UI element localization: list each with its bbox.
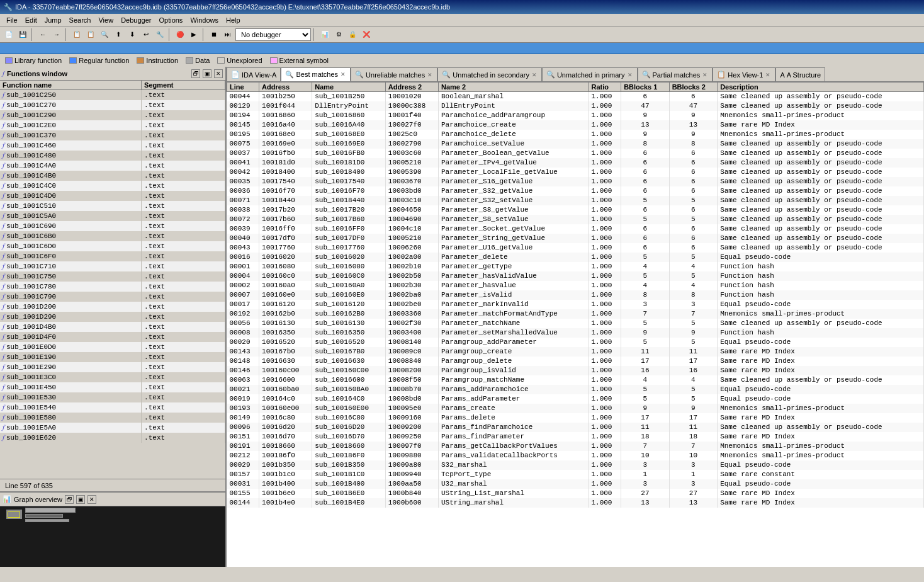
toolbar-btn-3[interactable]: 📋: [70, 28, 83, 41]
match-row[interactable]: 00041 100181d0 sub_100181D0 10005210 Par…: [227, 158, 924, 168]
function-row[interactable]: 𝑓sub_1001C460 .text: [0, 140, 225, 151]
menu-view[interactable]: View: [94, 15, 117, 25]
match-row[interactable]: 00149 10016c80 sub_10016C80 10009160 Par…: [227, 413, 924, 423]
toolbar-btn-5[interactable]: 🔍: [98, 28, 111, 41]
function-row[interactable]: 𝑓sub_1001C290 .text: [0, 110, 225, 120]
functions-table-container[interactable]: Function name Segment 𝑓sub_1001C250 .tex…: [0, 81, 225, 479]
match-row[interactable]: 00019 100164c0 sub_100164C0 10008bd0 Par…: [227, 394, 924, 404]
function-row[interactable]: 𝑓sub_1001E0D0 .text: [0, 342, 225, 352]
match-row[interactable]: 00157 1001b1c0 sub_1001B1C0 10009940 Tcp…: [227, 470, 924, 479]
match-row[interactable]: 00151 10016d70 sub_10016D70 10009250 Par…: [227, 432, 924, 442]
toolbar-extra-2[interactable]: ⚙: [332, 28, 345, 41]
match-row[interactable]: 00193 100160e00 sub_100160E00 100095e0 P…: [227, 404, 924, 413]
toolbar-back[interactable]: ←: [37, 28, 49, 41]
match-row[interactable]: 00004 100160c0 sub_100160C0 10002b50 Par…: [227, 271, 924, 281]
tab-unmatched-sec-close[interactable]: ✕: [531, 72, 538, 78]
toolbar-bp[interactable]: 🔴: [174, 28, 186, 41]
tab-unmatched-sec[interactable]: 🔍 Unmatched in secondary ✕: [437, 67, 542, 81]
match-row[interactable]: 00037 10016fb0 sub_10016FB0 10003c60 Par…: [227, 149, 924, 158]
debugger-select[interactable]: No debugger: [235, 28, 311, 41]
match-row[interactable]: 00007 100160e0 sub_100160E0 10002ba0 Par…: [227, 290, 924, 300]
functions-restore[interactable]: 🗗: [191, 69, 200, 78]
function-row[interactable]: 𝑓sub_1001C6F0 .text: [0, 251, 225, 261]
match-row[interactable]: 00016 10016020 sub_10016020 10002a00 Par…: [227, 253, 924, 262]
toolbar-btn-8[interactable]: ↩: [140, 28, 152, 41]
match-row[interactable]: 00008 10016350 sub_10016350 10003400 Par…: [227, 328, 924, 338]
match-row[interactable]: 00044 1001b250 sub_1001B250 10001020 Boo…: [227, 92, 924, 101]
match-row[interactable]: 00195 100168e0 sub_100168E0 10025c0 Para…: [227, 130, 924, 139]
function-row[interactable]: 𝑓sub_1001C370 .text: [0, 130, 225, 140]
function-row[interactable]: 𝑓sub_1001D290 .text: [0, 312, 225, 322]
match-row[interactable]: 00020 10016520 sub_10016520 10008140 Par…: [227, 338, 924, 347]
menu-debugger[interactable]: Debugger: [117, 15, 155, 25]
tab-hex-view[interactable]: 📋 Hex View-1 ✕: [713, 67, 775, 81]
functions-close[interactable]: ✕: [214, 69, 223, 78]
toolbar-run[interactable]: ▶: [188, 28, 200, 41]
function-row[interactable]: 𝑓sub_1001C790 .text: [0, 292, 225, 302]
menu-edit[interactable]: Edit: [21, 15, 41, 25]
match-row[interactable]: 00143 100167b0 sub_100167B0 100089c0 Par…: [227, 347, 924, 357]
function-row[interactable]: 𝑓sub_1001E450 .text: [0, 382, 225, 392]
function-row[interactable]: 𝑓sub_1001C5A0 .text: [0, 211, 225, 221]
menu-options[interactable]: Options: [155, 15, 186, 25]
match-row[interactable]: 00063 10016600 sub_10016600 10008f50 Par…: [227, 375, 924, 385]
function-row[interactable]: 𝑓sub_1001C750 .text: [0, 271, 225, 282]
match-row[interactable]: 00075 100169e0 sub_100169E0 10002790 Par…: [227, 139, 924, 149]
function-row[interactable]: 𝑓sub_1001E190 .text: [0, 352, 225, 362]
toolbar-step[interactable]: ⏹: [208, 28, 220, 41]
match-row[interactable]: 00072 10017b60 sub_10017B60 10004690 Par…: [227, 215, 924, 224]
function-row[interactable]: 𝑓sub_1001C2E0 .text: [0, 120, 225, 130]
menu-help[interactable]: Help: [222, 15, 244, 25]
toolbar-extra-3[interactable]: 🔒: [346, 28, 359, 41]
tab-unmatched-pri[interactable]: 🔍 Unmatched in primary ✕: [542, 67, 638, 81]
function-row[interactable]: 𝑓sub_1001C4C0 .text: [0, 181, 225, 191]
function-row[interactable]: 𝑓sub_1001D4F0 .text: [0, 332, 225, 342]
function-row[interactable]: 𝑓sub_1001E5A0 .text: [0, 423, 225, 433]
tab-partial[interactable]: 🔍 Partial matches ✕: [638, 67, 713, 81]
tab-unmatched-pri-close[interactable]: ✕: [627, 72, 633, 78]
function-row[interactable]: 𝑓sub_1001E3C0 .text: [0, 372, 225, 382]
toolbar-btn-9[interactable]: 🔧: [154, 28, 166, 41]
toolbar-forward[interactable]: →: [50, 28, 63, 41]
function-row[interactable]: 𝑓sub_1001C270 .text: [0, 100, 225, 110]
toolbar-btn-6[interactable]: ⬆: [112, 28, 125, 41]
match-row[interactable]: 00035 10017540 sub_10017540 10003670 Par…: [227, 177, 924, 186]
match-row[interactable]: 00017 10016120 sub_10016120 10002be0 Par…: [227, 300, 924, 309]
match-row[interactable]: 00192 100162b0 sub_100162B0 10003360 Par…: [227, 309, 924, 319]
function-row[interactable]: 𝑓sub_1001C710 .text: [0, 261, 225, 271]
match-row[interactable]: 00002 100160a0 sub_100160A0 10002b30 Par…: [227, 281, 924, 290]
functions-float[interactable]: ▣: [203, 69, 211, 78]
match-row[interactable]: 00038 10017b20 sub_10017B20 10004650 Par…: [227, 205, 924, 215]
match-row[interactable]: 00029 1001b350 sub_1001B350 10009a80 S32…: [227, 460, 924, 470]
menu-windows[interactable]: Windows: [186, 15, 222, 25]
graph-restore[interactable]: 🗗: [65, 495, 74, 504]
function-row[interactable]: 𝑓sub_1001C480 .text: [0, 151, 225, 161]
tab-structure[interactable]: A A Structure: [775, 67, 825, 81]
function-row[interactable]: 𝑓sub_1001E530 .text: [0, 392, 225, 402]
function-row[interactable]: 𝑓sub_1001C4D0 .text: [0, 191, 225, 201]
function-row[interactable]: 𝑓sub_1001C510 .text: [0, 201, 225, 211]
match-row[interactable]: 00071 10018440 sub_10018440 10003c10 Par…: [227, 196, 924, 205]
function-row[interactable]: 𝑓sub_1001E620 .text: [0, 433, 225, 443]
match-row[interactable]: 00129 1001f044 DllEntryPoint 10000c388 D…: [227, 101, 924, 111]
match-row[interactable]: 00042 10018400 sub_10018400 10005390 Par…: [227, 168, 924, 177]
menu-file[interactable]: File: [3, 15, 21, 25]
match-row[interactable]: 00040 10017df0 sub_10017DF0 10005210 Par…: [227, 234, 924, 243]
toolbar-over[interactable]: ⏭: [222, 28, 234, 41]
match-row[interactable]: 00212 100186f0 sub_100186F0 10009880 Par…: [227, 451, 924, 460]
menu-jump[interactable]: Jump: [41, 15, 65, 25]
tab-unreliable[interactable]: 🔍 Unreliable matches ✕: [351, 67, 437, 81]
tab-unreliable-close[interactable]: ✕: [427, 72, 433, 78]
match-row[interactable]: 00043 10017760 sub_10017760 10006260 Par…: [227, 243, 924, 253]
function-row[interactable]: 𝑓sub_1001C4B0 .text: [0, 171, 225, 181]
match-row[interactable]: 00001 10016080 sub_10016080 10002b10 Par…: [227, 262, 924, 271]
tab-hex-close[interactable]: ✕: [765, 72, 771, 78]
match-row[interactable]: 00031 1001b400 sub_1001B400 1000aa50 U32…: [227, 479, 924, 489]
match-row[interactable]: 00146 100160c00 sub_100160C00 10008200 P…: [227, 366, 924, 375]
match-row[interactable]: 00056 10016130 sub_10016130 10002f30 Par…: [227, 319, 924, 328]
tab-best-close[interactable]: ✕: [340, 71, 346, 77]
match-row[interactable]: 00021 100160ba0 sub_100160BA0 10008b70 P…: [227, 385, 924, 394]
menu-search[interactable]: Search: [65, 15, 95, 25]
graph-close[interactable]: ✕: [87, 495, 96, 504]
match-row[interactable]: 00096 10016d20 sub_10016D20 10009200 Par…: [227, 423, 924, 432]
